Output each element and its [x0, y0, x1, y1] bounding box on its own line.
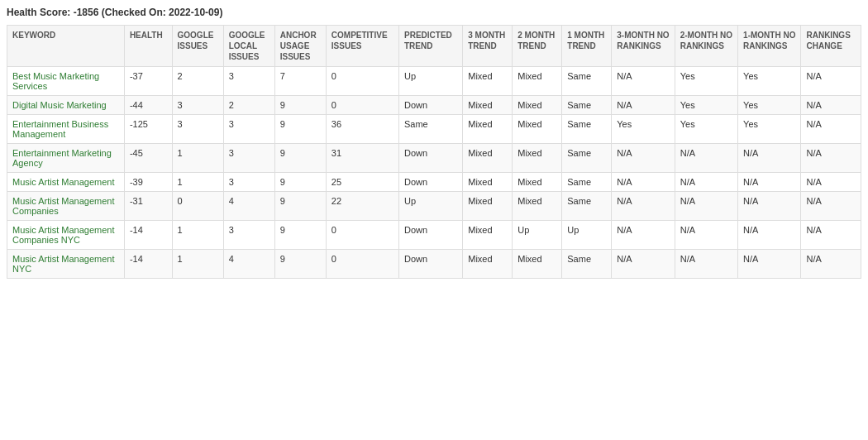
cell-2month_no_rankings: Yes: [675, 96, 737, 115]
col-header-google-local: GOOGLE LOCAL ISSUES: [223, 26, 274, 67]
cell-2month_no_rankings: N/A: [675, 221, 737, 250]
cell-health: -14: [124, 221, 172, 250]
cell-health: -14: [124, 250, 172, 279]
cell-health: -37: [124, 67, 172, 96]
cell-keyword[interactable]: Music Artist Management Companies: [7, 192, 125, 221]
cell-3month_no_rankings: N/A: [612, 144, 675, 173]
cell-1month_trend: Same: [562, 67, 612, 96]
cell-anchor_usage_issues: 7: [274, 67, 326, 96]
cell-2month_no_rankings: N/A: [675, 250, 737, 279]
col-header-3month: 3 MONTH TREND: [463, 26, 513, 67]
cell-3month_no_rankings: Yes: [612, 115, 675, 144]
cell-2month_trend: Mixed: [513, 96, 562, 115]
cell-anchor_usage_issues: 9: [274, 173, 326, 192]
cell-1month_no_rankings: N/A: [738, 144, 801, 173]
cell-google_issues: 1: [172, 173, 223, 192]
cell-keyword[interactable]: Music Artist Management NYC: [7, 250, 125, 279]
table-row: Entertainment Marketing Agency-4513931Do…: [7, 144, 861, 173]
cell-google_local_issues: 4: [223, 250, 274, 279]
cell-rankings_change: N/A: [801, 67, 861, 96]
cell-google_local_issues: 3: [223, 221, 274, 250]
cell-google_issues: 0: [172, 192, 223, 221]
cell-anchor_usage_issues: 9: [274, 115, 326, 144]
cell-3month_trend: Mixed: [463, 221, 513, 250]
cell-2month_no_rankings: N/A: [675, 192, 737, 221]
cell-google_local_issues: 3: [223, 115, 274, 144]
cell-anchor_usage_issues: 9: [274, 96, 326, 115]
cell-rankings_change: N/A: [801, 144, 861, 173]
cell-keyword[interactable]: Music Artist Management Companies NYC: [7, 221, 125, 250]
cell-2month_trend: Up: [513, 221, 562, 250]
cell-3month_trend: Mixed: [463, 144, 513, 173]
cell-1month_no_rankings: N/A: [738, 173, 801, 192]
cell-predicted_trend: Down: [398, 173, 462, 192]
cell-keyword[interactable]: Entertainment Business Management: [7, 115, 125, 144]
cell-health: -45: [124, 144, 172, 173]
cell-competitive_issues: 0: [326, 67, 398, 96]
cell-3month_no_rankings: N/A: [612, 96, 675, 115]
cell-1month_trend: Same: [562, 115, 612, 144]
cell-competitive_issues: 0: [326, 96, 398, 115]
col-header-keyword: KEYWORD: [7, 26, 125, 67]
cell-1month_no_rankings: N/A: [738, 250, 801, 279]
cell-google_issues: 2: [172, 67, 223, 96]
cell-1month_trend: Up: [562, 221, 612, 250]
cell-1month_no_rankings: N/A: [738, 192, 801, 221]
cell-predicted_trend: Same: [398, 115, 462, 144]
cell-2month_trend: Mixed: [513, 192, 562, 221]
cell-predicted_trend: Down: [398, 250, 462, 279]
cell-anchor_usage_issues: 9: [274, 144, 326, 173]
cell-google_local_issues: 2: [223, 96, 274, 115]
cell-3month_no_rankings: N/A: [612, 173, 675, 192]
col-header-rankings-change: RANKINGS CHANGE: [801, 26, 861, 67]
cell-2month_no_rankings: N/A: [675, 144, 737, 173]
cell-google_issues: 3: [172, 96, 223, 115]
cell-rankings_change: N/A: [801, 96, 861, 115]
cell-3month_no_rankings: N/A: [612, 221, 675, 250]
cell-keyword[interactable]: Digital Music Marketing: [7, 96, 125, 115]
cell-google_local_issues: 4: [223, 192, 274, 221]
col-header-1month-no: 1-MONTH NO RANKINGS: [738, 26, 801, 67]
col-header-1month: 1 MONTH TREND: [562, 26, 612, 67]
cell-3month_trend: Mixed: [463, 192, 513, 221]
cell-1month_trend: Same: [562, 250, 612, 279]
cell-competitive_issues: 0: [326, 221, 398, 250]
cell-rankings_change: N/A: [801, 221, 861, 250]
cell-rankings_change: N/A: [801, 115, 861, 144]
cell-google_issues: 1: [172, 221, 223, 250]
cell-keyword[interactable]: Best Music Marketing Services: [7, 67, 125, 96]
cell-rankings_change: N/A: [801, 250, 861, 279]
table-row: Best Music Marketing Services-372370UpMi…: [7, 67, 861, 96]
cell-keyword[interactable]: Entertainment Marketing Agency: [7, 144, 125, 173]
cell-keyword[interactable]: Music Artist Management: [7, 173, 125, 192]
cell-2month_trend: Mixed: [513, 173, 562, 192]
cell-1month_no_rankings: N/A: [738, 221, 801, 250]
cell-2month_no_rankings: Yes: [675, 67, 737, 96]
main-table: KEYWORD HEALTH GOOGLE ISSUES GOOGLE LOCA…: [7, 25, 861, 279]
cell-3month_no_rankings: N/A: [612, 67, 675, 96]
cell-3month_trend: Mixed: [463, 173, 513, 192]
cell-health: -125: [124, 115, 172, 144]
cell-predicted_trend: Down: [398, 144, 462, 173]
table-row: Music Artist Management NYC-141490DownMi…: [7, 250, 861, 279]
cell-competitive_issues: 22: [326, 192, 398, 221]
col-header-competitive: COMPETITIVE ISSUES: [326, 26, 398, 67]
cell-2month_no_rankings: N/A: [675, 173, 737, 192]
cell-2month_trend: Mixed: [513, 144, 562, 173]
cell-1month_no_rankings: Yes: [738, 115, 801, 144]
cell-health: -44: [124, 96, 172, 115]
table-row: Music Artist Management-3913925DownMixed…: [7, 173, 861, 192]
cell-3month_trend: Mixed: [463, 67, 513, 96]
cell-1month_no_rankings: Yes: [738, 67, 801, 96]
cell-anchor_usage_issues: 9: [274, 221, 326, 250]
col-header-health: HEALTH: [124, 26, 172, 67]
cell-competitive_issues: 31: [326, 144, 398, 173]
col-header-3month-no: 3-MONTH NO RANKINGS: [612, 26, 675, 67]
table-row: Digital Music Marketing-443290DownMixedM…: [7, 96, 861, 115]
cell-predicted_trend: Up: [398, 192, 462, 221]
col-header-google-issues: GOOGLE ISSUES: [172, 26, 223, 67]
col-header-predicted: PREDICTED TREND: [398, 26, 462, 67]
cell-1month_trend: Same: [562, 173, 612, 192]
cell-predicted_trend: Up: [398, 67, 462, 96]
cell-1month_trend: Same: [562, 96, 612, 115]
